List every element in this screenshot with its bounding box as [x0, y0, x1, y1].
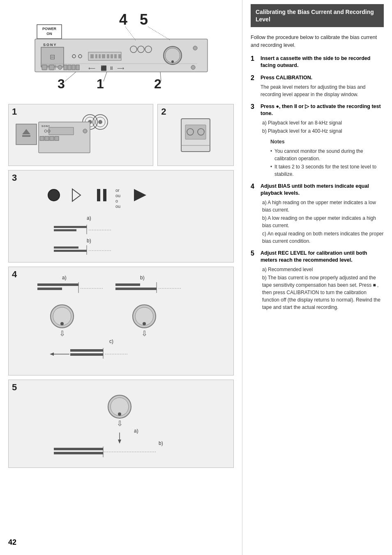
svg-line-41 — [148, 27, 171, 40]
step-2-title: Press CALIBRATION. — [261, 74, 312, 82]
step-1-number: 1 — [251, 55, 258, 62]
svg-text:ou: ou — [115, 204, 120, 209]
step-5-sub-a: a) Recommended level — [262, 266, 384, 273]
step-4-title: Adjust BIAS until both meters indicate e… — [261, 183, 384, 197]
svg-text:b): b) — [140, 275, 145, 281]
step-4-sub-c: c) An equal reading on both meters indic… — [262, 230, 384, 245]
step-3-diagram: 3 or ou o ou a) — [8, 170, 234, 263]
section-header: Calibrating the Bias Current and Recordi… — [251, 4, 384, 27]
svg-point-102 — [60, 322, 64, 325]
step-4-sub-a: a) A high reading on the upper meter ind… — [262, 199, 384, 214]
step-1: 1 Insert a cassette with the side to be … — [251, 55, 384, 69]
left-panel: 4 5 POWER ON SONY ⊟ — [0, 0, 242, 555]
section-header-text: Calibrating the Bias Current and Recordi… — [256, 9, 374, 23]
svg-text:or: or — [115, 188, 120, 193]
step-1-2-diagrams: 1 SONY — [8, 104, 234, 166]
step-4-number: 4 — [251, 183, 258, 190]
svg-rect-28 — [49, 65, 54, 70]
step-2-label: 2 — [161, 106, 166, 117]
svg-rect-12 — [99, 54, 101, 58]
svg-rect-67 — [185, 125, 206, 139]
svg-text:SONY: SONY — [43, 43, 57, 47]
step-5-sub-b: b) The bias current is now properly adju… — [262, 274, 384, 311]
svg-text:ou: ou — [115, 193, 120, 198]
step-5-number: 5 — [251, 250, 258, 257]
svg-rect-96 — [115, 283, 140, 286]
step-5-diagram: 5 ⇩ a) b) — [8, 380, 234, 468]
svg-text:a): a) — [134, 428, 138, 434]
svg-point-30 — [58, 65, 62, 69]
svg-text:⇩: ⇩ — [117, 419, 123, 428]
svg-point-23 — [171, 60, 174, 63]
svg-rect-55 — [22, 135, 30, 137]
svg-text:SONY: SONY — [42, 125, 50, 127]
svg-rect-58 — [49, 127, 74, 135]
svg-rect-97 — [115, 288, 157, 290]
step-3-note-1: You cannot monitor the sound during the … — [270, 147, 384, 162]
top-num-5: 5 — [140, 11, 148, 28]
svg-point-39 — [191, 65, 195, 69]
right-panel: Calibrating the Bias Current and Recordi… — [242, 0, 392, 555]
top-device-diagram: 4 5 POWER ON SONY ⊟ — [8, 8, 234, 104]
svg-line-46 — [104, 72, 107, 81]
svg-rect-13 — [102, 54, 105, 58]
svg-rect-63 — [50, 136, 54, 140]
svg-text:⊟: ⊟ — [50, 53, 55, 60]
svg-rect-62 — [45, 136, 49, 140]
step-4-label: 4 — [12, 269, 17, 280]
svg-text:ON: ON — [46, 32, 52, 36]
step-4-sub-b: b) A low reading on the upper meter indi… — [262, 214, 384, 229]
step-1-title: Insert a cassette with the side to be re… — [261, 55, 384, 69]
svg-rect-17 — [118, 54, 121, 58]
svg-rect-110 — [70, 353, 103, 356]
svg-rect-11 — [95, 54, 97, 58]
svg-text:3: 3 — [58, 76, 65, 91]
step-5: 5 Adjust REC LEVEL for calibration until… — [251, 250, 384, 311]
svg-rect-33 — [72, 65, 75, 70]
svg-rect-123 — [54, 448, 103, 450]
svg-rect-32 — [68, 65, 71, 70]
svg-text:⇩: ⇩ — [141, 329, 148, 338]
svg-text:o: o — [115, 198, 118, 203]
svg-point-65 — [83, 129, 87, 133]
step-3-number: 3 — [251, 103, 258, 111]
notes-title: Notes — [270, 138, 384, 146]
svg-rect-15 — [111, 54, 113, 58]
step-4: 4 Adjust BIAS until both meters indicate… — [251, 183, 384, 245]
step-3: 3 Press ●, then II or ▷ to activate the … — [251, 103, 384, 178]
svg-rect-73 — [97, 189, 100, 201]
svg-rect-64 — [55, 136, 59, 140]
svg-rect-74 — [103, 189, 106, 201]
svg-text:c): c) — [109, 339, 113, 344]
svg-marker-113 — [50, 352, 54, 356]
page-number: 42 — [8, 538, 16, 547]
svg-rect-109 — [70, 349, 103, 352]
svg-text:⬛: ⬛ — [101, 65, 107, 71]
step-2-number: 2 — [251, 74, 258, 82]
svg-rect-61 — [40, 136, 44, 140]
intro-text: Follow the procedure below to calibrate … — [251, 34, 384, 49]
svg-text:2: 2 — [154, 76, 161, 91]
step-3-sub-b: b) Playback level for a 400-Hz signal — [262, 127, 384, 135]
svg-point-117 — [118, 412, 121, 416]
svg-text:⇩: ⇩ — [59, 329, 65, 338]
svg-rect-26 — [42, 65, 47, 70]
svg-marker-121 — [118, 440, 121, 444]
svg-rect-31 — [64, 65, 67, 70]
svg-text:1: 1 — [97, 76, 104, 91]
svg-rect-86 — [54, 246, 78, 249]
svg-rect-34 — [76, 65, 79, 70]
svg-point-71 — [48, 189, 60, 201]
svg-text:b): b) — [87, 238, 91, 244]
svg-text:POWER: POWER — [42, 27, 57, 31]
svg-point-24 — [193, 46, 197, 50]
step-1-label: 1 — [12, 106, 17, 117]
step-5-title: Adjust REC LEVEL for calibration until b… — [261, 250, 384, 264]
svg-rect-93 — [37, 288, 62, 290]
svg-marker-79 — [134, 189, 146, 201]
svg-text:b): b) — [159, 440, 163, 446]
step-3-label: 3 — [12, 173, 17, 183]
svg-text:a): a) — [87, 215, 91, 221]
svg-rect-16 — [114, 54, 117, 58]
step-2: 2 Press CALIBRATION. The peak level mete… — [251, 74, 384, 98]
